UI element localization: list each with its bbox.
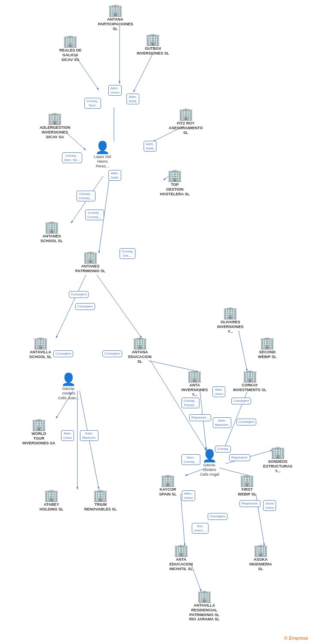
role-represent-2[interactable]: Represent. (229, 454, 250, 461)
building-icon: 🏢 (223, 307, 238, 319)
node-adlergestion[interactable]: 🏢 ADLERGESTIONINVERSIONESSICAV SA (40, 112, 71, 139)
role-adm-solid-1[interactable]: Adm.Solid. (126, 94, 139, 104)
role-consejero-2[interactable]: Consejero (75, 303, 95, 310)
building-icon: 🏢 (33, 337, 48, 349)
node-world-tour[interactable]: 🏢 WORLDTOURINVERSIONES SA (22, 419, 55, 445)
node-label: REALES DEGALICIASICAV SA (59, 48, 82, 62)
node-fitz-roy[interactable]: 🏢 FITZ ROYASESORAMIENTO SL (169, 108, 203, 135)
node-antana-participaciones[interactable]: 🏢 ANTANA PARTICIPACIONES SL (98, 4, 132, 31)
node-label: TRIUMRENOVABLES SL (84, 502, 117, 512)
node-garcia-cordero-angel[interactable]: 👤 Garcia-corderoCelis Angel (200, 450, 219, 477)
role-consejero-7[interactable]: Consejero (208, 513, 227, 520)
node-label: KAYCORSPAIN SL (159, 487, 177, 497)
graph-container: 🏢 ANTANA PARTICIPACIONES SL 🏢 REALES DEG… (0, 0, 313, 644)
role-represen-1[interactable]: Represen... (189, 414, 211, 421)
role-represent-3[interactable]: Represent. (239, 500, 261, 507)
building-icon: 🏢 (239, 474, 255, 486)
node-label: ANTAVILLASCHOOL SL (29, 350, 52, 359)
building-icon: 🏢 (108, 4, 123, 16)
role-consejero-1[interactable]: Consejero (69, 291, 89, 298)
building-icon: 🏢 (83, 251, 98, 263)
node-antavilla-school[interactable]: 🏢 ANTAVILLASCHOOL SL (29, 337, 52, 359)
svg-line-4 (133, 54, 153, 92)
node-anta-educacion-infantil[interactable]: 🏢 ANTAEDUCACIONINFANTIL SL (169, 544, 193, 571)
node-antavilla-residencial[interactable]: 🏢 ANTAVILLARESIDENCIALPATRIMONIO SLRIO J… (189, 590, 220, 622)
role-consej-del[interactable]: Consej.Del.... (120, 248, 135, 259)
node-first-webip[interactable]: 🏢 FIRSTWEBIP SL (238, 474, 256, 497)
node-anta-inversiones[interactable]: 🏢 ANTAINVERSIONESY... (181, 370, 208, 397)
role-soc-unico[interactable]: Soc.Unico.... (192, 523, 209, 534)
building-icon: 🏢 (178, 108, 193, 120)
node-label: OUTBOXINVERSIONES SL (137, 46, 169, 56)
node-label: WORLDTOURINVERSIONES SA (22, 431, 55, 445)
building-icon: 🏢 (242, 370, 258, 382)
node-top-gestion[interactable]: 🏢 TOPGESTIONHOSTELERA SL (160, 170, 190, 196)
node-outbox-inversiones[interactable]: 🏢 OUTBOXINVERSIONES SL (137, 33, 169, 56)
node-corkay-investments[interactable]: 🏢 CORKAYINVESTMENTS SL (233, 370, 267, 392)
node-label: ANTAINVERSIONESY... (181, 383, 208, 397)
building-icon: 🏢 (63, 35, 78, 47)
node-reales-galicia[interactable]: 🏢 REALES DEGALICIASICAV SA (59, 35, 82, 62)
role-consej-consej-1[interactable]: Consej. .Consej.... (77, 191, 95, 201)
node-antanes-patrimonio[interactable]: 🏢 ANTANESPATRIMONIO SL (75, 251, 105, 273)
node-label: ANTANESSCHOOL SL (40, 234, 63, 243)
building-icon: 🏢 (270, 447, 285, 459)
building-icon: 🏢 (260, 337, 275, 349)
node-asoka-ingenieria[interactable]: 🏢 ASOKAINGENIERIASL (249, 544, 272, 571)
svg-line-11 (97, 275, 142, 338)
role-consej-presid[interactable]: Consej. .Presid... (181, 398, 199, 408)
role-consej-2[interactable]: Consej. (215, 446, 231, 453)
node-label: TOPGESTIONHOSTELERA SL (160, 182, 190, 196)
role-consejero-3[interactable]: Consejero (53, 350, 73, 357)
svg-line-18 (239, 331, 247, 371)
node-trium-renovables[interactable]: 🏢 TRIUMRENOVABLES SL (84, 489, 117, 512)
building-icon: 🏢 (47, 112, 62, 125)
node-antana-educacion[interactable]: 🏢 ANTANAEDUCACIONSL (128, 337, 152, 364)
node-label: ASOKAINGENIERIASL (249, 557, 272, 571)
role-adm-unico-3[interactable]: Adm.Unico (61, 430, 74, 441)
node-atabey-holding[interactable]: 🏢 ATABEYHOLDING SL (40, 489, 64, 512)
role-adm-unico-4[interactable]: Adm..Unico (182, 490, 195, 501)
role-adm-mancom-1[interactable]: Adm.Mancom. (213, 417, 231, 428)
node-label: FIRSTWEBIP SL (238, 487, 256, 497)
copyright: © Empresa (284, 635, 308, 641)
building-icon: 🏢 (44, 221, 59, 233)
node-kaycor-spain[interactable]: 🏢 KAYCORSPAIN SL (159, 474, 177, 497)
node-label: FITZ ROYASESORAMIENTO SL (169, 121, 203, 135)
role-consejero-5[interactable]: Consejero (231, 398, 251, 404)
node-label: ANTAEDUCACIONINFANTIL SL (169, 557, 193, 571)
building-icon: 🏢 (44, 489, 59, 501)
role-adm-solid-3[interactable]: Adm.Solid. (108, 170, 121, 181)
role-consej-secr-1[interactable]: Consej..Secr. (84, 98, 101, 109)
role-secr-consej[interactable]: Secr..Consej.... (181, 454, 200, 465)
node-label: ANTAVILLARESIDENCIALPATRIMONIO SLRIO JAR… (189, 603, 220, 622)
person-icon: 👤 (95, 142, 110, 154)
node-second-webip[interactable]: 🏢 SECONDWEBIP SL (258, 337, 276, 359)
role-adm-mancom-2[interactable]: Adm.Mancom. (80, 430, 98, 441)
svg-line-23 (181, 494, 185, 546)
role-socio-unico-1[interactable]: SocioUnico (263, 500, 276, 511)
node-label: ANTANA PARTICIPACIONES SL (98, 17, 132, 31)
node-antanes-school[interactable]: 🏢 ANTANESSCHOOL SL (40, 221, 63, 243)
node-label: ADLERGESTIONINVERSIONESSICAV SA (40, 125, 71, 139)
role-consejero-4[interactable]: Consejero (102, 350, 122, 357)
node-label: SONDEOSESTRUCTURASY... (263, 459, 292, 473)
node-sondeos-estructuras[interactable]: 🏢 SONDEOSESTRUCTURASY... (263, 447, 292, 473)
building-icon: 🏢 (31, 419, 46, 431)
node-lopez-del-hierro[interactable]: 👤 Lopez DelHierroPerez... (94, 142, 111, 168)
person-label: Garcia-corderoCelis Angel (200, 463, 219, 477)
building-icon-red: 🏢 (132, 337, 147, 349)
role-adm-unico-2[interactable]: Adm.Unico (212, 386, 225, 397)
person-icon: 👤 (61, 374, 76, 386)
node-label: OLIVARESINVERSIONESY... (217, 320, 244, 334)
node-olivares-inversiones[interactable]: 🏢 OLIVARESINVERSIONESY... (217, 307, 244, 334)
node-label: ANTANESPATRIMONIO SL (75, 264, 105, 273)
node-garcia-cordero-juan[interactable]: 👤 Garcia-corderoCelis Juan... (58, 374, 80, 400)
role-consejero-6[interactable]: Consejero (236, 419, 256, 425)
node-label: CORKAYINVESTMENTS SL (233, 383, 267, 392)
role-adm-solid-2[interactable]: Adm.Solid. (144, 141, 156, 152)
role-consej-secr-no[interactable]: Consej. .Secr. No... (62, 152, 82, 163)
building-icon: 🏢 (160, 474, 175, 486)
role-adm-unico-1[interactable]: Adm..Unico (108, 85, 122, 96)
role-consej-consej-2[interactable]: Consej. .Consej.... (85, 210, 104, 220)
